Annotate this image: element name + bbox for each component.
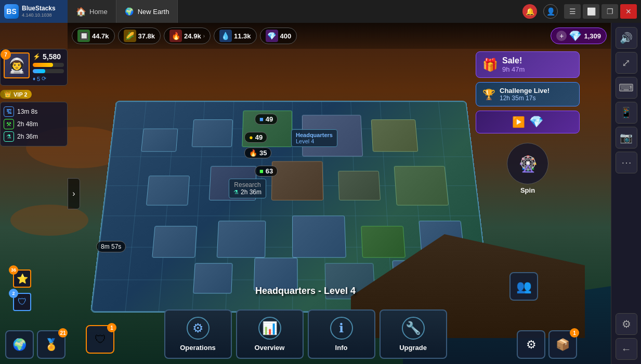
back-button[interactable]: ← [616,338,637,360]
resource-bar: 🔲 44.7k 🌽 37.8k 🔥 24.9k › 💧 11.3k 💎 400 … [68,23,611,49]
missions-button[interactable]: 🏅 21 [37,330,66,359]
building[interactable] [141,129,178,152]
operations-button[interactable]: ⚙ Operations [164,309,232,359]
rank-badge: ♦ 5 ⟳ [33,75,64,82]
sidebar-settings-button[interactable]: ⚙ [616,313,637,335]
challenge-info: Challenge Live! 12h 35m 17s [500,87,573,102]
chip-icon: 🔲 [77,30,90,42]
player-stats: ⚡ 5,580 ♦ 5 ⟳ [33,52,64,82]
sale-timer: 9h 47m [502,65,573,73]
spin-wheel-icon: 🎡 [518,155,538,173]
resource-counter-chips: ■ 49 [255,114,278,125]
building[interactable] [271,161,323,200]
spin-wheel[interactable]: 🎡 [507,143,548,184]
overview-button[interactable]: 📊 Overview [236,309,304,359]
building[interactable] [217,221,266,258]
bluestacks-logo: BS BlueStacks 4.140.10.1038 [0,0,68,23]
timer-icon-1: 🏗 [4,106,14,117]
resource-chips: 🔲 44.7k [72,28,115,44]
timer-row-3: ⚗ 2h 36m [4,130,64,143]
building[interactable] [394,166,449,206]
building[interactable] [292,215,346,258]
building[interactable] [152,226,197,258]
close-button[interactable]: ✕ [620,4,637,19]
fuel-icon: 🔥 [169,30,182,42]
people-icon-area[interactable]: 👥 [509,272,538,301]
settings-button[interactable]: ⚙ [517,330,545,359]
mobile-view-button[interactable]: 📱 [616,102,637,124]
building[interactable] [146,176,190,205]
info-button[interactable]: ℹ Info [308,309,375,359]
maximize-button[interactable]: ❐ [601,4,618,19]
operations-label: Operations [180,344,216,352]
spin-label: Spin [520,186,535,194]
building[interactable] [361,226,405,258]
video-icon: ▶️ [512,116,525,128]
missions-badge: 21 [58,328,68,338]
camera-button[interactable]: 📷 [616,127,637,149]
resource-crystal: 💎 400 [260,28,297,44]
player-avatar[interactable]: 7 👨‍🚀 [4,52,30,78]
menu-button[interactable]: ☰ [564,4,581,19]
food-icon: 🌽 [124,30,136,42]
profile-icon[interactable]: 👤 [543,4,558,19]
timers-panel: 🏗 13m 8s ⚒ 2h 48m ⚗ 2h 36m [0,102,68,146]
game-tab[interactable]: 🌍 New Earth [116,0,178,23]
globe-icon: 🌍 [12,338,27,352]
premium-resource[interactable]: + 💎 1,309 [551,28,607,44]
left-nav-arrow[interactable]: › [68,178,80,209]
rank-bar-fill [33,69,45,73]
resource-water: 💧 11.3k [214,28,257,44]
right-sidebar: 🔊 ⤢ ⌨ 📱 📷 ⋯ ⚙ ← [611,23,641,364]
building[interactable] [371,119,418,152]
building[interactable] [192,119,233,147]
shield-btn-area[interactable]: 🛡 1 [86,325,114,354]
notification-bell[interactable]: 🔔 [522,4,537,19]
sale-banner[interactable]: 🎁 Sale! 9h 47m [476,51,580,78]
sale-info: Sale! 9h 47m [502,56,573,73]
more-button[interactable]: ⋯ [616,152,637,173]
resource-counter-food: ● 49 [244,132,267,143]
rank-icon2: ⟳ [42,75,46,82]
resource-fuel: 🔥 24.9k › [164,28,211,44]
defense-button[interactable]: 🛡 1 [86,325,114,354]
settings-icon: ⚙ [526,338,537,352]
bottom-left-icons: 🌍 🏅 21 [5,330,66,359]
vip-badge[interactable]: 👑 VIP 2 [0,90,32,99]
building[interactable] [193,263,232,294]
challenge-banner[interactable]: 🏆 Challenge Live! 12h 35m 17s [476,82,580,106]
gem-icon: 💎 [529,115,543,129]
energy-icon: ⚡ [33,53,41,60]
video-button[interactable]: ▶️ 💎 [476,111,580,133]
keyboard-button[interactable]: ⌨ [616,77,637,99]
timer-row-1: 🏗 13m 8s [4,105,64,118]
chest-icon: 📦 [556,338,570,352]
challenge-title: Challenge Live! [500,87,573,95]
resource-counter-fuel: 🔥 35 [244,147,271,158]
people-button[interactable]: 👥 [509,272,538,301]
minimize-button[interactable]: ⬜ [583,4,599,19]
bluestacks-text: BlueStacks 4.140.10.1038 [22,5,56,18]
hq-tooltip-name: Headquarters [296,132,333,138]
hq-tooltip: Headquarters Level 4 [291,129,337,147]
timer-row-2: ⚒ 2h 48m [4,118,64,130]
crystal-icon: 💎 [266,30,278,42]
player-level-badge: 7 [1,49,11,60]
building[interactable] [338,171,381,200]
fullscreen-button[interactable]: ⤢ [616,52,637,74]
plus-button[interactable]: + [556,31,567,41]
home-tab[interactable]: 🏠 Home [68,0,116,23]
resource-food: 🌽 37.8k [118,28,161,44]
map-button[interactable]: 🌍 [5,330,34,359]
level-badge-area: ⭐ 36 [13,269,31,288]
game-tab-title: New Earth [138,8,169,16]
sale-title: Sale! [502,56,573,65]
upgrade-button[interactable]: 🔧 Upgrade [380,309,447,359]
sound-button[interactable]: 🔊 [616,27,637,49]
defense-badge: 1 [107,323,116,332]
rank-icon: ♦ [33,76,35,82]
chest-badge: 1 [570,328,579,338]
challenge-timer: 12h 35m 17s [500,95,573,102]
upgrade-label: Upgrade [399,344,427,352]
chest-button[interactable]: 📦 1 [548,330,577,359]
